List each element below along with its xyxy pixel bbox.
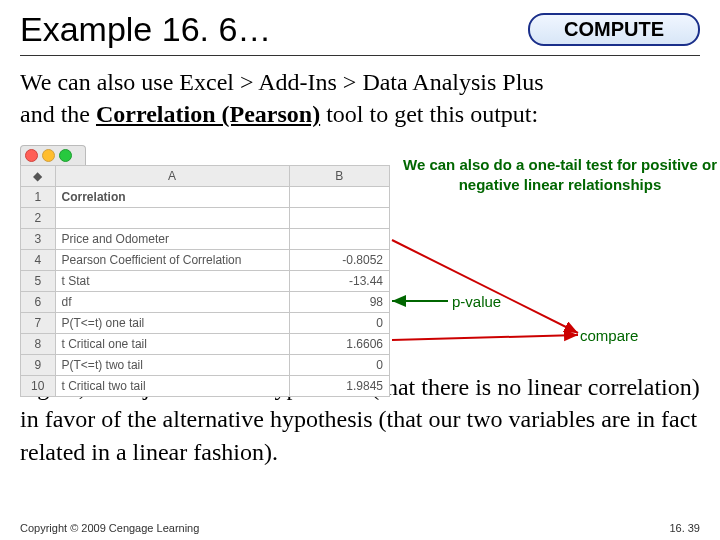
table-row: 8t Critical one tail1.6606 xyxy=(21,333,390,354)
cell: 0 xyxy=(289,354,389,375)
spreadsheet: ◆ A B 1Correlation 2 3Price and Odometer… xyxy=(20,165,390,397)
table-row: 9P(T<=t) two tail0 xyxy=(21,354,390,375)
table-row: 5t Stat-13.44 xyxy=(21,270,390,291)
cell xyxy=(289,186,389,207)
cell: 98 xyxy=(289,291,389,312)
close-icon xyxy=(25,149,38,162)
table-row: 1Correlation xyxy=(21,186,390,207)
page-number: 16. 39 xyxy=(669,522,700,534)
annotation-pvalue: p-value xyxy=(452,293,501,310)
intro-line2-suffix: tool to get this output: xyxy=(320,101,538,127)
cell: -13.44 xyxy=(289,270,389,291)
table-row: 10t Critical two tail1.9845 xyxy=(21,375,390,396)
row-num: 1 xyxy=(21,186,56,207)
arrow-compare-tcrit xyxy=(392,335,578,340)
footer: Copyright © 2009 Cengage Learning 16. 39 xyxy=(20,522,700,534)
cell: df xyxy=(55,291,289,312)
cell xyxy=(289,207,389,228)
title-row: Example 16. 6… COMPUTE xyxy=(20,10,700,49)
cell: Pearson Coefficient of Correlation xyxy=(55,249,289,270)
cell: t Critical two tail xyxy=(55,375,289,396)
row-num: 7 xyxy=(21,312,56,333)
minimize-icon xyxy=(42,149,55,162)
intro-text: We can also use Excel > Add-Ins > Data A… xyxy=(20,66,700,131)
row-num: 4 xyxy=(21,249,56,270)
slide-title: Example 16. 6… xyxy=(20,10,271,49)
table-row: 7P(T<=t) one tail0 xyxy=(21,312,390,333)
arrow-compare-tstat xyxy=(392,240,578,333)
header-row: ◆ A B xyxy=(21,165,390,186)
tool-name: Correlation (Pearson) xyxy=(96,101,320,127)
intro-line2-prefix: and the xyxy=(20,101,96,127)
copyright: Copyright © 2009 Cengage Learning xyxy=(20,522,199,534)
row-num: 5 xyxy=(21,270,56,291)
col-header-b: B xyxy=(289,165,389,186)
row-num: 8 xyxy=(21,333,56,354)
cell: 1.9845 xyxy=(289,375,389,396)
cell xyxy=(289,228,389,249)
title-divider xyxy=(20,55,700,56)
cell: 1.6606 xyxy=(289,333,389,354)
compute-badge: COMPUTE xyxy=(528,13,700,46)
annotation-compare: compare xyxy=(580,327,638,344)
excel-window: ◆ A B 1Correlation 2 3Price and Odometer… xyxy=(20,145,390,397)
intro-line1: We can also use Excel > Add-Ins > Data A… xyxy=(20,69,544,95)
row-num: 3 xyxy=(21,228,56,249)
cell: t Critical one tail xyxy=(55,333,289,354)
row-num: 10 xyxy=(21,375,56,396)
corner-cell: ◆ xyxy=(21,165,56,186)
mac-window-controls xyxy=(20,145,86,165)
table-row: 3Price and Odometer xyxy=(21,228,390,249)
table-row: 6df98 xyxy=(21,291,390,312)
cell: -0.8052 xyxy=(289,249,389,270)
figure-area: ◆ A B 1Correlation 2 3Price and Odometer… xyxy=(20,145,700,365)
cell xyxy=(55,207,289,228)
zoom-icon xyxy=(59,149,72,162)
slide: Example 16. 6… COMPUTE We can also use E… xyxy=(0,0,720,540)
cell: P(T<=t) one tail xyxy=(55,312,289,333)
table-row: 2 xyxy=(21,207,390,228)
col-header-a: A xyxy=(55,165,289,186)
cell: P(T<=t) two tail xyxy=(55,354,289,375)
table-row: 4Pearson Coefficient of Correlation-0.80… xyxy=(21,249,390,270)
annotation-onetail: We can also do a one-tail test for posit… xyxy=(400,155,720,196)
row-num: 6 xyxy=(21,291,56,312)
cell: 0 xyxy=(289,312,389,333)
cell: Price and Odometer xyxy=(55,228,289,249)
cell: Correlation xyxy=(55,186,289,207)
row-num: 9 xyxy=(21,354,56,375)
cell: t Stat xyxy=(55,270,289,291)
row-num: 2 xyxy=(21,207,56,228)
